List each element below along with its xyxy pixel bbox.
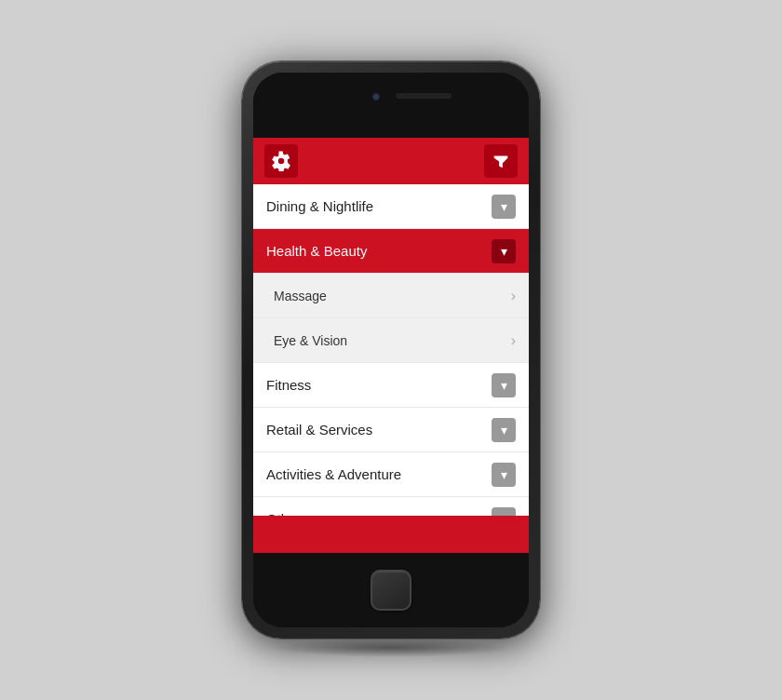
- menu-item-activities[interactable]: Activities & Adventure: [253, 452, 529, 497]
- retail-chevron: [492, 418, 516, 442]
- menu-item-health[interactable]: Health & Beauty: [253, 229, 529, 274]
- speaker: [396, 93, 452, 99]
- menu-item-others[interactable]: Others: [253, 497, 529, 516]
- menu-item-eye[interactable]: Eye & Vision ›: [253, 318, 529, 363]
- menu-item-massage[interactable]: Massage ›: [253, 274, 529, 318]
- phone-inner: Dining & Nightlife Health & Beauty Massa…: [253, 73, 529, 627]
- menu-item-dining[interactable]: Dining & Nightlife: [253, 184, 529, 229]
- fitness-label: Fitness: [266, 377, 311, 393]
- dining-chevron: [492, 195, 516, 219]
- filter-icon: [491, 151, 511, 171]
- footer-bar: [253, 516, 529, 553]
- screen: Dining & Nightlife Health & Beauty Massa…: [253, 138, 529, 553]
- bottom-bezel: [253, 553, 529, 627]
- eye-chevron-right: ›: [511, 332, 516, 349]
- phone-shadow: [272, 639, 510, 657]
- dining-label: Dining & Nightlife: [266, 198, 373, 214]
- fitness-chevron: [492, 373, 516, 397]
- others-chevron: [492, 507, 516, 517]
- gear-icon: [271, 151, 291, 171]
- menu-list: Dining & Nightlife Health & Beauty Massa…: [253, 184, 529, 516]
- settings-button[interactable]: [264, 144, 298, 178]
- filter-button[interactable]: [484, 144, 518, 178]
- retail-label: Retail & Services: [266, 422, 372, 438]
- camera: [372, 93, 380, 101]
- health-chevron: [492, 239, 516, 263]
- home-button[interactable]: [371, 570, 411, 611]
- activities-chevron: [492, 463, 516, 487]
- header-bar: [253, 138, 529, 184]
- phone-frame: Dining & Nightlife Health & Beauty Massa…: [242, 61, 540, 639]
- massage-label: Massage: [274, 289, 327, 303]
- activities-label: Activities & Adventure: [266, 466, 401, 482]
- top-bezel: [253, 73, 529, 138]
- eye-label: Eye & Vision: [274, 333, 347, 348]
- menu-item-retail[interactable]: Retail & Services: [253, 408, 529, 452]
- menu-item-fitness[interactable]: Fitness: [253, 363, 529, 408]
- health-label: Health & Beauty: [266, 243, 367, 259]
- massage-chevron-right: ›: [511, 288, 516, 304]
